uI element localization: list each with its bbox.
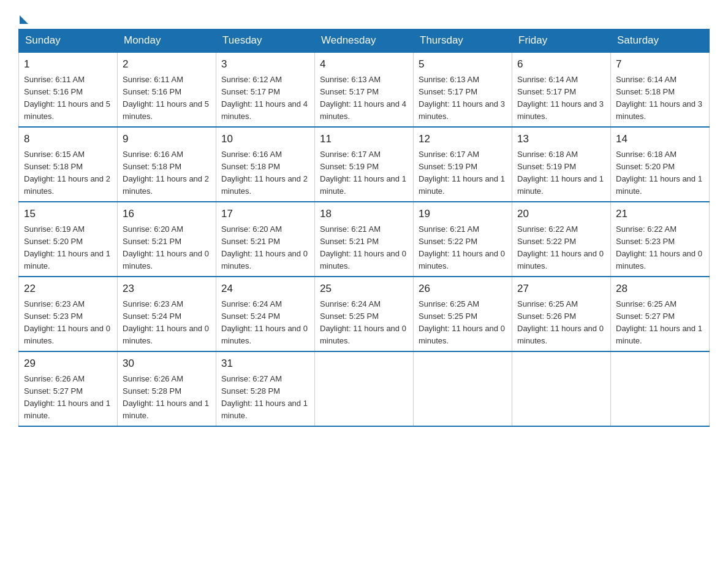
logo-triangle-icon bbox=[20, 15, 28, 24]
day-number: 14 bbox=[616, 131, 704, 147]
day-number: 23 bbox=[123, 281, 211, 297]
weekday-header-saturday: Saturday bbox=[611, 29, 710, 53]
calendar-cell: 5Sunrise: 6:13 AMSunset: 5:17 PMDaylight… bbox=[414, 52, 512, 127]
day-number: 20 bbox=[517, 206, 605, 222]
day-number: 4 bbox=[320, 56, 408, 72]
day-info: Sunrise: 6:16 AMSunset: 5:18 PMDaylight:… bbox=[221, 148, 309, 198]
day-info: Sunrise: 6:16 AMSunset: 5:18 PMDaylight:… bbox=[123, 148, 211, 198]
calendar-table: SundayMondayTuesdayWednesdayThursdayFrid… bbox=[18, 29, 710, 427]
calendar-cell: 19Sunrise: 6:21 AMSunset: 5:22 PMDayligh… bbox=[414, 202, 512, 277]
day-info: Sunrise: 6:22 AMSunset: 5:23 PMDaylight:… bbox=[616, 223, 704, 273]
day-number: 26 bbox=[419, 281, 507, 297]
day-number: 31 bbox=[221, 356, 309, 372]
calendar-cell: 27Sunrise: 6:25 AMSunset: 5:26 PMDayligh… bbox=[512, 277, 611, 351]
day-info: Sunrise: 6:13 AMSunset: 5:17 PMDaylight:… bbox=[320, 74, 408, 123]
day-info: Sunrise: 6:20 AMSunset: 5:21 PMDaylight:… bbox=[123, 223, 211, 273]
day-number: 28 bbox=[616, 281, 704, 297]
calendar-cell: 21Sunrise: 6:22 AMSunset: 5:23 PMDayligh… bbox=[611, 202, 710, 277]
weekday-header-sunday: Sunday bbox=[19, 29, 118, 53]
calendar-cell: 20Sunrise: 6:22 AMSunset: 5:22 PMDayligh… bbox=[512, 202, 611, 277]
logo bbox=[18, 12, 29, 23]
day-number: 22 bbox=[24, 281, 112, 297]
calendar-cell: 4Sunrise: 6:13 AMSunset: 5:17 PMDaylight… bbox=[315, 52, 414, 127]
day-info: Sunrise: 6:25 AMSunset: 5:26 PMDaylight:… bbox=[517, 298, 605, 348]
day-number: 6 bbox=[517, 56, 605, 72]
day-number: 17 bbox=[221, 206, 309, 222]
day-info: Sunrise: 6:25 AMSunset: 5:25 PMDaylight:… bbox=[419, 298, 507, 348]
calendar-cell bbox=[414, 351, 512, 426]
calendar-cell: 30Sunrise: 6:26 AMSunset: 5:28 PMDayligh… bbox=[118, 351, 216, 426]
day-info: Sunrise: 6:21 AMSunset: 5:21 PMDaylight:… bbox=[320, 223, 408, 273]
day-info: Sunrise: 6:23 AMSunset: 5:24 PMDaylight:… bbox=[123, 298, 211, 348]
day-number: 12 bbox=[419, 131, 507, 147]
calendar-cell: 16Sunrise: 6:20 AMSunset: 5:21 PMDayligh… bbox=[118, 202, 216, 277]
calendar-cell: 29Sunrise: 6:26 AMSunset: 5:27 PMDayligh… bbox=[19, 351, 118, 426]
day-number: 21 bbox=[616, 206, 704, 222]
day-info: Sunrise: 6:12 AMSunset: 5:17 PMDaylight:… bbox=[221, 74, 309, 123]
calendar-cell: 15Sunrise: 6:19 AMSunset: 5:20 PMDayligh… bbox=[19, 202, 118, 277]
day-number: 24 bbox=[221, 281, 309, 297]
day-info: Sunrise: 6:14 AMSunset: 5:18 PMDaylight:… bbox=[616, 74, 704, 123]
day-info: Sunrise: 6:11 AMSunset: 5:16 PMDaylight:… bbox=[24, 74, 112, 123]
calendar-cell: 31Sunrise: 6:27 AMSunset: 5:28 PMDayligh… bbox=[216, 351, 315, 426]
day-number: 18 bbox=[320, 206, 408, 222]
calendar-cell: 14Sunrise: 6:18 AMSunset: 5:20 PMDayligh… bbox=[611, 127, 710, 202]
day-info: Sunrise: 6:27 AMSunset: 5:28 PMDaylight:… bbox=[221, 373, 309, 423]
calendar-cell: 12Sunrise: 6:17 AMSunset: 5:19 PMDayligh… bbox=[414, 127, 512, 202]
day-number: 19 bbox=[419, 206, 507, 222]
day-info: Sunrise: 6:15 AMSunset: 5:18 PMDaylight:… bbox=[24, 148, 112, 198]
calendar-cell: 13Sunrise: 6:18 AMSunset: 5:19 PMDayligh… bbox=[512, 127, 611, 202]
day-info: Sunrise: 6:26 AMSunset: 5:28 PMDaylight:… bbox=[123, 373, 211, 423]
day-number: 30 bbox=[123, 356, 211, 372]
calendar-cell: 7Sunrise: 6:14 AMSunset: 5:18 PMDaylight… bbox=[611, 52, 710, 127]
weekday-header-thursday: Thursday bbox=[414, 29, 512, 53]
day-number: 1 bbox=[24, 56, 112, 72]
calendar-cell: 9Sunrise: 6:16 AMSunset: 5:18 PMDaylight… bbox=[118, 127, 216, 202]
day-number: 29 bbox=[24, 356, 112, 372]
calendar-cell bbox=[315, 351, 414, 426]
day-info: Sunrise: 6:19 AMSunset: 5:20 PMDaylight:… bbox=[24, 223, 112, 273]
day-info: Sunrise: 6:24 AMSunset: 5:25 PMDaylight:… bbox=[320, 298, 408, 348]
day-number: 13 bbox=[517, 131, 605, 147]
day-number: 10 bbox=[221, 131, 309, 147]
calendar-cell: 23Sunrise: 6:23 AMSunset: 5:24 PMDayligh… bbox=[118, 277, 216, 351]
calendar-cell: 22Sunrise: 6:23 AMSunset: 5:23 PMDayligh… bbox=[19, 277, 118, 351]
calendar-cell: 10Sunrise: 6:16 AMSunset: 5:18 PMDayligh… bbox=[216, 127, 315, 202]
day-info: Sunrise: 6:17 AMSunset: 5:19 PMDaylight:… bbox=[419, 148, 507, 198]
day-info: Sunrise: 6:13 AMSunset: 5:17 PMDaylight:… bbox=[419, 74, 507, 123]
weekday-header-row: SundayMondayTuesdayWednesdayThursdayFrid… bbox=[19, 29, 710, 53]
day-number: 27 bbox=[517, 281, 605, 297]
day-number: 15 bbox=[24, 206, 112, 222]
day-number: 9 bbox=[123, 131, 211, 147]
day-info: Sunrise: 6:11 AMSunset: 5:16 PMDaylight:… bbox=[123, 74, 211, 123]
calendar-cell: 3Sunrise: 6:12 AMSunset: 5:17 PMDaylight… bbox=[216, 52, 315, 127]
weekday-header-tuesday: Tuesday bbox=[216, 29, 315, 53]
day-number: 25 bbox=[320, 281, 408, 297]
day-number: 16 bbox=[123, 206, 211, 222]
day-info: Sunrise: 6:18 AMSunset: 5:19 PMDaylight:… bbox=[517, 148, 605, 198]
day-info: Sunrise: 6:24 AMSunset: 5:24 PMDaylight:… bbox=[221, 298, 309, 348]
day-info: Sunrise: 6:21 AMSunset: 5:22 PMDaylight:… bbox=[419, 223, 507, 273]
calendar-cell: 6Sunrise: 6:14 AMSunset: 5:17 PMDaylight… bbox=[512, 52, 611, 127]
day-number: 5 bbox=[419, 56, 507, 72]
day-number: 3 bbox=[221, 56, 309, 72]
calendar-cell: 28Sunrise: 6:25 AMSunset: 5:27 PMDayligh… bbox=[611, 277, 710, 351]
day-number: 8 bbox=[24, 131, 112, 147]
day-info: Sunrise: 6:20 AMSunset: 5:21 PMDaylight:… bbox=[221, 223, 309, 273]
calendar-cell: 8Sunrise: 6:15 AMSunset: 5:18 PMDaylight… bbox=[19, 127, 118, 202]
week-row-2: 8Sunrise: 6:15 AMSunset: 5:18 PMDaylight… bbox=[19, 127, 710, 202]
day-info: Sunrise: 6:23 AMSunset: 5:23 PMDaylight:… bbox=[24, 298, 112, 348]
week-row-3: 15Sunrise: 6:19 AMSunset: 5:20 PMDayligh… bbox=[19, 202, 710, 277]
day-info: Sunrise: 6:18 AMSunset: 5:20 PMDaylight:… bbox=[616, 148, 704, 198]
calendar-cell: 25Sunrise: 6:24 AMSunset: 5:25 PMDayligh… bbox=[315, 277, 414, 351]
calendar-cell: 1Sunrise: 6:11 AMSunset: 5:16 PMDaylight… bbox=[19, 52, 118, 127]
day-info: Sunrise: 6:26 AMSunset: 5:27 PMDaylight:… bbox=[24, 373, 112, 423]
weekday-header-wednesday: Wednesday bbox=[315, 29, 414, 53]
day-info: Sunrise: 6:17 AMSunset: 5:19 PMDaylight:… bbox=[320, 148, 408, 198]
week-row-5: 29Sunrise: 6:26 AMSunset: 5:27 PMDayligh… bbox=[19, 351, 710, 426]
calendar-cell: 26Sunrise: 6:25 AMSunset: 5:25 PMDayligh… bbox=[414, 277, 512, 351]
weekday-header-friday: Friday bbox=[512, 29, 611, 53]
calendar-cell: 11Sunrise: 6:17 AMSunset: 5:19 PMDayligh… bbox=[315, 127, 414, 202]
weekday-header-monday: Monday bbox=[118, 29, 216, 53]
week-row-1: 1Sunrise: 6:11 AMSunset: 5:16 PMDaylight… bbox=[19, 52, 710, 127]
